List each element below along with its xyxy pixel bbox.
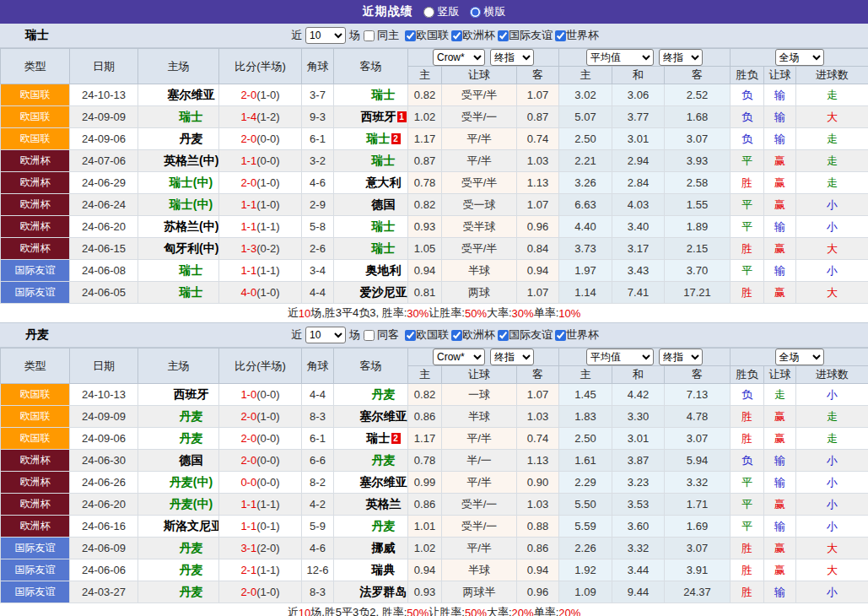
vertical-layout-radio[interactable] <box>423 7 434 18</box>
league-checkbox-4[interactable]: 世界杯 <box>555 28 599 43</box>
crow-away-odds: 0.96 <box>517 216 559 238</box>
column-header-home: 主场 <box>138 349 219 384</box>
crow-home-odds: 0.81 <box>408 282 442 304</box>
half-time-score: (1-0) <box>256 176 279 189</box>
league-checkbox-input[interactable] <box>451 330 462 341</box>
league-checkbox-3[interactable]: 国际友谊 <box>498 28 553 43</box>
scope-select[interactable]: 全场 <box>775 349 824 365</box>
sub-header-handicap: 让球 <box>442 366 517 384</box>
home-team: 丹麦(中) <box>138 494 219 516</box>
bookmaker-select[interactable]: Crow* <box>433 49 485 66</box>
half-time-score: (0-0) <box>256 476 279 489</box>
result-handicap: 赢 <box>764 559 796 581</box>
summary-value: 50% <box>465 607 487 616</box>
match-row: 欧洲杯24-06-29瑞士(中)2-0(1-0)4-6意大利0.78受平/半1.… <box>1 172 868 194</box>
avg-draw-odds: 7.41 <box>612 282 665 304</box>
match-type-badge: 欧国联 <box>1 428 70 450</box>
match-row: 欧国联24-09-06丹麦2-0(0-0)6-1瑞士21.17平/半0.742.… <box>1 128 868 150</box>
result-handicap: 赢 <box>764 494 796 516</box>
sub-header-outcome: 胜负 <box>731 366 764 384</box>
corner-count: 3-2 <box>302 150 334 172</box>
half-time-score: (0-0) <box>256 154 279 167</box>
avg-draw-odds: 3.43 <box>612 260 665 282</box>
league-checkbox-input[interactable] <box>555 330 566 341</box>
result-handicap: 赢 <box>764 406 796 428</box>
result-handicap: 赢 <box>764 238 796 260</box>
same-venue-checkbox[interactable]: 同主 <box>364 28 399 43</box>
sub-header-avg-away: 客 <box>665 67 731 84</box>
avg-home-odds: 2.50 <box>559 128 612 150</box>
handicap-stage-select[interactable]: 终指 <box>490 349 534 365</box>
average-stage-select[interactable]: 终指 <box>659 49 703 66</box>
handicap-stage-select[interactable]: 终指 <box>490 49 534 66</box>
horizontal-layout-radio[interactable] <box>470 7 481 18</box>
average-select[interactable]: 平均值 <box>586 49 654 66</box>
result-goals: 小 <box>796 194 868 216</box>
match-date: 24-03-27 <box>70 581 138 603</box>
result-goals: 小 <box>796 472 868 494</box>
avg-draw-odds: 2.84 <box>612 172 665 194</box>
league-checkbox-input[interactable] <box>405 330 416 341</box>
league-checkbox-1[interactable]: 欧国联 <box>405 327 449 343</box>
league-checkbox-2[interactable]: 欧洲杯 <box>451 28 495 43</box>
league-checkbox-input[interactable] <box>498 330 509 341</box>
match-date: 24-09-06 <box>70 428 138 450</box>
summary-value: 30% <box>407 307 429 320</box>
crow-home-odds: 1.02 <box>408 106 442 128</box>
summary-text: 场,胜5平3负2, 胜率: <box>310 605 407 616</box>
team-label: 爱沙尼亚 <box>360 285 407 299</box>
crow-away-odds: 1.03 <box>517 406 559 428</box>
same-venue-checkbox-input[interactable] <box>364 330 375 341</box>
result-outcome: 平 <box>731 494 764 516</box>
corner-count: 4-4 <box>302 384 334 406</box>
match-count-select[interactable]: 10 <box>305 27 346 44</box>
team-label: 丹麦 <box>180 541 203 554</box>
half-time-score: (1-2) <box>256 111 279 123</box>
league-checkbox-input[interactable] <box>405 30 416 41</box>
avg-away-odds: 3.07 <box>665 538 731 559</box>
match-score: 2-0(0-0) <box>219 428 302 450</box>
league-checkbox-2[interactable]: 欧洲杯 <box>451 327 495 343</box>
match-count-select[interactable]: 10 <box>305 327 346 343</box>
sub-header-avg-draw: 和 <box>612 67 665 84</box>
result-goals: 小 <box>796 581 868 603</box>
avg-away-odds: 1.68 <box>665 106 731 128</box>
match-date: 24-06-09 <box>70 538 138 559</box>
full-time-score: 2-1 <box>240 564 256 576</box>
result-handicap: 赢 <box>764 150 796 172</box>
league-checkbox-4[interactable]: 世界杯 <box>555 327 599 343</box>
result-goals: 小 <box>796 450 868 472</box>
avg-away-odds: 2.58 <box>665 172 731 194</box>
home-team: 丹麦 <box>138 559 219 581</box>
average-select[interactable]: 平均值 <box>586 349 654 365</box>
match-type-badge: 欧洲杯 <box>1 216 70 238</box>
match-row: 欧国联24-09-06丹麦2-0(0-0)6-1瑞士21.17平/半0.742.… <box>1 428 868 450</box>
league-checkbox-input[interactable] <box>498 30 509 41</box>
half-time-score: (0-2) <box>256 242 279 255</box>
team-section: 瑞士 近 10 场 同主 欧国联欧洲杯国际友谊世界杯 类型 <box>0 24 868 323</box>
result-outcome: 负 <box>731 128 764 150</box>
scope-select[interactable]: 全场 <box>775 49 824 66</box>
league-checkbox-3[interactable]: 国际友谊 <box>498 327 553 343</box>
corner-count: 3-7 <box>302 84 334 106</box>
match-row: 国际友谊24-06-08瑞士1-1(1-1)3-4奥地利0.94半球0.941.… <box>1 260 868 282</box>
average-stage-select[interactable]: 终指 <box>659 349 703 365</box>
result-goals: 走 <box>796 128 868 150</box>
vertical-layout-label: 竖版 <box>438 4 460 19</box>
league-checkbox-1[interactable]: 欧国联 <box>405 28 449 43</box>
layout-option-horizontal[interactable]: 横版 <box>470 4 506 19</box>
match-row: 欧国联24-09-09瑞士1-4(1-2)9-3西班牙11.02受半/一0.87… <box>1 106 868 128</box>
avg-home-odds: 5.59 <box>559 516 612 538</box>
section-header: 瑞士 近 10 场 同主 欧国联欧洲杯国际友谊世界杯 <box>0 24 868 48</box>
same-venue-checkbox[interactable]: 同客 <box>364 327 399 343</box>
team-label: 德国 <box>180 453 203 467</box>
match-score: 2-1(1-1) <box>219 559 302 581</box>
avg-away-odds: 5.94 <box>665 450 731 472</box>
result-outcome: 平 <box>731 150 764 172</box>
same-venue-checkbox-input[interactable] <box>364 30 375 41</box>
match-date: 24-06-20 <box>70 216 138 238</box>
league-checkbox-input[interactable] <box>451 30 462 41</box>
layout-option-vertical[interactable]: 竖版 <box>423 4 460 19</box>
bookmaker-select[interactable]: Crow* <box>433 349 485 365</box>
league-checkbox-input[interactable] <box>555 30 566 41</box>
